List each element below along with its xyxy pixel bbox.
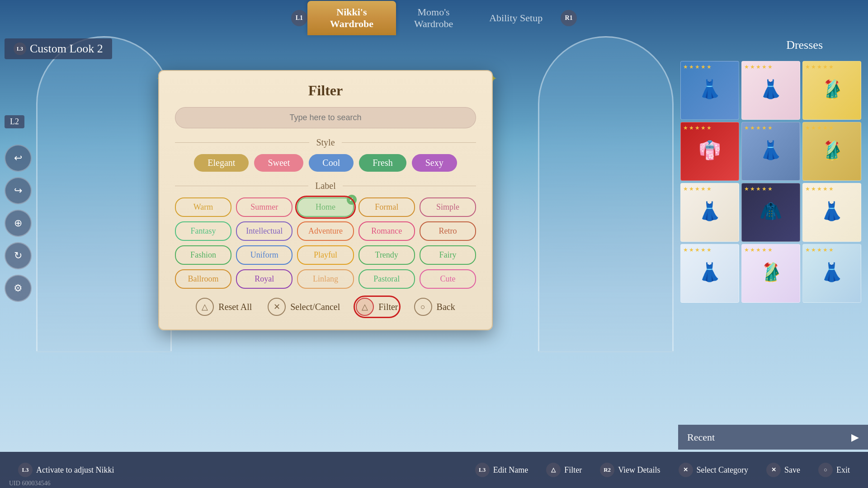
triangle-bottom-icon: △ [546, 463, 561, 477]
label-btn-linlang[interactable]: Linlang [297, 269, 354, 289]
search-input[interactable] [175, 107, 476, 128]
style-btn-fresh[interactable]: Fresh [359, 154, 406, 172]
dress-thumb[interactable]: ★★★★★ 👗 [802, 244, 861, 303]
activate-item: L3 Activate to adjust Nikki [9, 463, 123, 477]
l3-bottom-badge: L3 [18, 463, 33, 477]
side-btn-redo[interactable]: ↪ [5, 177, 32, 204]
label-btn-retro[interactable]: Retro [420, 221, 476, 241]
side-btn-target[interactable]: ⊕ [5, 210, 32, 237]
custom-look-label: L3 Custom Look 2 [5, 38, 112, 59]
view-details-item[interactable]: R2 View Details [591, 463, 669, 477]
select-category-label: Select Category [697, 465, 748, 475]
circle-icon: ○ [414, 298, 432, 316]
label-btn-ballroom[interactable]: Ballroom [175, 269, 231, 289]
dress-thumb[interactable]: ★★★★★ 👘 [680, 122, 739, 181]
tab-nikki-wardrobe[interactable]: Nikki's Wardrobe [307, 1, 396, 35]
recent-label: Recent [687, 432, 715, 443]
style-section-title: Style [316, 137, 335, 148]
label-btn-fairy[interactable]: Fairy [420, 245, 476, 265]
custom-look-text: Custom Look 2 [30, 42, 103, 56]
reset-all-button[interactable]: △ Reset All [196, 298, 252, 316]
label-btn-home[interactable]: Home ✓ [297, 197, 354, 217]
stars-row: ★★★★★ [683, 125, 712, 131]
dress-grid: ★★★★★ 👗 ★★★★★ 👗 ★★★★★ 🥻 ★★★★★ 👘 ★★★★★ [678, 59, 868, 305]
label-btn-pastoral[interactable]: Pastoral [359, 269, 415, 289]
style-btn-sweet[interactable]: Sweet [254, 154, 303, 172]
label-btn-playful[interactable]: Playful [297, 245, 354, 265]
filter-bottom-item[interactable]: △ Filter [537, 463, 591, 477]
r1-button[interactable]: R1 [561, 10, 577, 26]
dress-thumb[interactable]: ★★★★★ 👗 [741, 122, 800, 181]
uid-text: UID 600034546 [9, 480, 50, 487]
stars-row: ★★★★★ [744, 64, 773, 70]
exit-label: Exit [836, 465, 850, 475]
nav-r1-wrapper: R1 [561, 10, 577, 26]
label-btn-summer[interactable]: Summer [236, 197, 292, 217]
recent-arrow-icon: ▶ [851, 432, 859, 443]
stars-row: ★★★★★ [805, 64, 834, 70]
tab-momo-wardrobe[interactable]: Momo's Wardrobe [396, 2, 471, 34]
dress-thumb[interactable]: ★★★★★ 👗 [680, 183, 739, 242]
nav-l1-wrapper: L1 [291, 10, 307, 26]
label-section-title: Label [315, 181, 336, 191]
side-btn-settings[interactable]: ⚙ [5, 275, 32, 302]
filter-triangle-icon: △ [356, 298, 374, 316]
edit-name-item[interactable]: L3 Edit Name [466, 463, 537, 477]
cross-icon: ✕ [268, 298, 286, 316]
label-btn-uniform[interactable]: Uniform [236, 245, 292, 265]
back-label: Back [437, 302, 455, 312]
style-btn-sexy[interactable]: Sexy [412, 154, 457, 172]
stars-row: ★★★★★ [683, 247, 712, 253]
dress-thumb[interactable]: ★★★★★ 🥻 [802, 61, 861, 120]
triangle-icon: △ [196, 298, 214, 316]
l3-badge: L3 [14, 42, 26, 55]
dress-thumb[interactable]: ★★★★★ 👗 [680, 61, 739, 120]
side-action-buttons: ↩ ↪ ⊕ ↻ ⚙ [5, 145, 32, 302]
cross-bottom-icon: ✕ [679, 463, 693, 477]
side-btn-undo[interactable]: ↩ [5, 145, 32, 172]
label-btn-adventure[interactable]: Adventure [297, 221, 354, 241]
dress-thumb[interactable]: ★★★★★ 🥻 [802, 122, 861, 181]
style-btn-elegant[interactable]: Elegant [194, 154, 249, 172]
label-btn-simple[interactable]: Simple [420, 197, 476, 217]
label-btn-warm[interactable]: Warm [175, 197, 231, 217]
label-btn-fantasy[interactable]: Fantasy [175, 221, 231, 241]
save-item[interactable]: ✕ Save [757, 463, 809, 477]
select-category-item[interactable]: ✕ Select Category [670, 463, 757, 477]
view-details-label: View Details [618, 465, 660, 475]
tab-ability-setup[interactable]: Ability Setup [471, 8, 561, 28]
arch-left [36, 36, 172, 352]
stars-row: ★★★★★ [744, 247, 773, 253]
side-btn-rotate[interactable]: ↻ [5, 242, 32, 269]
select-cancel-button[interactable]: ✕ Select/Cancel [268, 298, 340, 316]
style-btn-cool[interactable]: Cool [309, 154, 354, 172]
label-btn-formal[interactable]: Formal [359, 197, 415, 217]
r2-badge: R2 [600, 463, 614, 477]
exit-item[interactable]: ○ Exit [809, 463, 859, 477]
save-label: Save [784, 465, 800, 475]
label-btn-trendy[interactable]: Trendy [359, 245, 415, 265]
stars-row: ★★★★★ [744, 125, 773, 131]
label-btn-fashion[interactable]: Fashion [175, 245, 231, 265]
stars-row: ★★★★★ [805, 125, 834, 131]
label-buttons-grid: Warm Summer Home ✓ Formal Simple Fantasy… [175, 197, 476, 289]
top-navigation: L1 Nikki's Wardrobe Momo's Wardrobe Abil… [0, 0, 868, 36]
dress-thumb[interactable]: ★★★★★ 🥻 [741, 244, 800, 303]
dress-thumb[interactable]: ★★★★★ 👗 [802, 183, 861, 242]
recent-bar[interactable]: Recent ▶ [678, 425, 868, 450]
select-cancel-label: Select/Cancel [290, 302, 340, 312]
back-button[interactable]: ○ Back [414, 298, 455, 316]
dress-thumb[interactable]: ★★★★★ 👗 [680, 244, 739, 303]
filter-button[interactable]: △ Filter [356, 298, 398, 316]
stars-row: ★★★★★ [683, 186, 712, 192]
label-btn-intellectual[interactable]: Intellectual [236, 221, 292, 241]
label-btn-royal[interactable]: Royal [236, 269, 292, 289]
l1-button[interactable]: L1 [291, 10, 307, 26]
bottom-bar: L3 Activate to adjust Nikki L3 Edit Name… [0, 452, 868, 488]
l2-badge[interactable]: L2 [5, 115, 24, 128]
dress-thumb[interactable]: ★★★★★ 👗 [741, 61, 800, 120]
edit-name-label: Edit Name [493, 465, 528, 475]
label-btn-romance[interactable]: Romance [359, 221, 415, 241]
dress-thumb[interactable]: ★★★★★ 🧥 [741, 183, 800, 242]
label-btn-cute[interactable]: Cute [420, 269, 476, 289]
